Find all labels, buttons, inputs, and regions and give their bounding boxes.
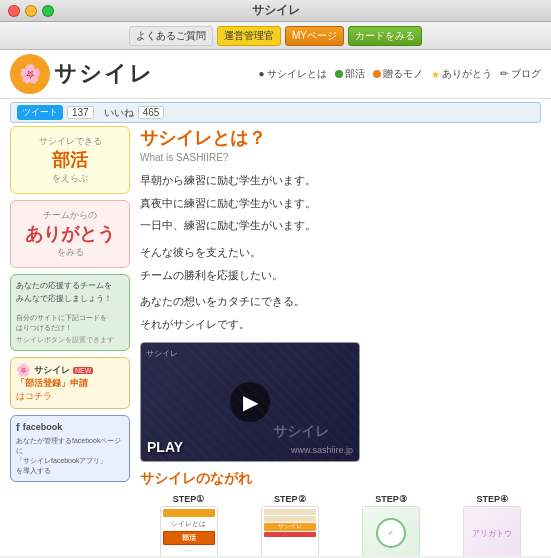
video-site-label: サシイレ bbox=[146, 348, 178, 359]
logo-area: 🌸 サシイレ bbox=[10, 54, 154, 94]
sashiire-badge: NEW bbox=[73, 367, 93, 374]
step3-img: ✓ bbox=[362, 506, 420, 556]
facebook-icon: f bbox=[16, 421, 20, 433]
logo-text: サシイレ bbox=[54, 59, 154, 89]
team-line5: サシイレボタンを設置できます bbox=[16, 335, 124, 345]
sidebar-facebook-box[interactable]: f facebook あなたが管理するfacebookページに 「サシイレfac… bbox=[10, 415, 130, 482]
step2-img: サシイレ bbox=[261, 506, 319, 556]
nav-blog[interactable]: ✏ ブログ bbox=[500, 67, 541, 81]
sidebar-thanks-sub: をみる bbox=[19, 246, 121, 259]
step3-circle: ✓ bbox=[376, 518, 406, 548]
tweet-count: 137 bbox=[67, 106, 94, 119]
nav-okuru[interactable]: 贈るモノ bbox=[373, 67, 423, 81]
article-body2: そんな彼らを支えたい。 チームの勝利を応援したい。 bbox=[140, 243, 541, 284]
sidebar-bukatsu-small: サシイレできる bbox=[19, 135, 121, 148]
browser-nav-bar: よくあるご質問 運営管理官 MYページ カードをみる bbox=[0, 22, 551, 50]
step1-num: STEP① bbox=[140, 494, 237, 504]
fb-line2: 「サシイレfacebookアプリ」 bbox=[16, 456, 124, 466]
flow-steps: STEP① シイレとは 部活 — サシイレする部活を選ぶ bbox=[140, 494, 541, 556]
video-watermark: www.sashiire.jp bbox=[291, 445, 353, 455]
sidebar-thanks-box[interactable]: チームからの ありがとう をみる bbox=[10, 200, 130, 268]
like-label: いいね bbox=[104, 106, 134, 120]
team-line2: みんなで応援しましょう！ bbox=[16, 293, 124, 304]
logo-icon: 🌸 bbox=[10, 54, 50, 94]
sashiire-icon: 🌸 bbox=[16, 363, 31, 377]
sidebar-bukatsu-sub: をえらぶ bbox=[19, 172, 121, 185]
flow-title: サシイレのながれ bbox=[140, 470, 541, 488]
flow-section: サシイレのながれ STEP① シイレとは 部活 — bbox=[140, 470, 541, 556]
window-controls[interactable] bbox=[8, 5, 54, 17]
step2-row2 bbox=[264, 516, 316, 522]
step1-bukatsu: 部活 bbox=[163, 531, 215, 545]
body-line1: 早朝から練習に励む学生がいます。 bbox=[140, 171, 541, 190]
flow-step-4[interactable]: STEP④ アリガトウ 選手からメッセージが届く bbox=[444, 494, 541, 556]
minimize-button[interactable] bbox=[25, 5, 37, 17]
sidebar-thanks-small: チームからの bbox=[19, 209, 121, 222]
step4-img: アリガトウ bbox=[463, 506, 521, 556]
video-logo-overlay: サシイレ bbox=[273, 423, 329, 441]
mypage-link[interactable]: MYページ bbox=[285, 26, 344, 46]
nav-bukatsu[interactable]: 部活 bbox=[335, 67, 365, 81]
body-line3: 一日中、練習に励む学生がいます。 bbox=[140, 216, 541, 235]
step2-accent bbox=[264, 532, 316, 537]
body3-line2: それがサシイレです。 bbox=[140, 315, 541, 334]
admin-link[interactable]: 運営管理官 bbox=[217, 26, 281, 46]
team-line1: あなたの応援するチームを bbox=[16, 280, 124, 291]
maximize-button[interactable] bbox=[42, 5, 54, 17]
step2-num: STEP② bbox=[241, 494, 338, 504]
team-line3: 自分のサイトに下記コードを bbox=[16, 313, 124, 323]
step1-img: シイレとは 部活 — bbox=[160, 506, 218, 556]
sidebar-thanks-big: ありがとう bbox=[19, 222, 121, 246]
step4-mock: アリガトウ bbox=[464, 507, 520, 556]
sidebar: サシイレできる 部活 をえらぶ チームからの ありがとう をみる あなたの応援す… bbox=[10, 126, 140, 556]
cart-link[interactable]: カードをみる bbox=[348, 26, 422, 46]
step1-mock: シイレとは 部活 — bbox=[161, 507, 217, 556]
title-bar: サシイレ bbox=[0, 0, 551, 22]
body2-line1: そんな彼らを支えたい。 bbox=[140, 243, 541, 262]
article-title: サシイレとは？ bbox=[140, 126, 541, 150]
flow-step-3[interactable]: STEP③ ✓ サシイレできる！ bbox=[343, 494, 440, 556]
body-line2: 真夜中に練習に励む学生がいます。 bbox=[140, 194, 541, 213]
step1-sub: — bbox=[163, 547, 215, 553]
close-button[interactable] bbox=[8, 5, 20, 17]
flow-step-2[interactable]: STEP② サシイレ サシイレするモノを選ぶ bbox=[241, 494, 338, 556]
browser-window: よくあるご質問 運営管理官 MYページ カードをみる 🌸 サシイレ ● サシイレ… bbox=[0, 22, 551, 558]
step4-num: STEP④ bbox=[444, 494, 541, 504]
step2-logo: サシイレ bbox=[264, 523, 316, 531]
team-line4: はりつけるだけ！ bbox=[16, 323, 124, 333]
video-play-label: PLAY bbox=[147, 439, 183, 455]
body2-line2: チームの勝利を応援したい。 bbox=[140, 266, 541, 285]
sashiire-label1: サシイレ bbox=[34, 364, 70, 377]
main-nav: ● サシイレとは 部活 贈るモノ ★ ありがとう ✏ ブログ bbox=[258, 67, 541, 81]
nav-about[interactable]: ● サシイレとは bbox=[258, 67, 327, 81]
like-count: 465 bbox=[138, 106, 165, 119]
step1-text: シイレとは bbox=[163, 519, 215, 529]
nav-thanks[interactable]: ★ ありがとう bbox=[431, 67, 492, 81]
step2-row1 bbox=[264, 509, 316, 515]
step3-mock: ✓ bbox=[363, 507, 419, 556]
fb-line3: を導入する bbox=[16, 466, 124, 476]
main-content: サシイレできる 部活 をえらぶ チームからの ありがとう をみる あなたの応援す… bbox=[0, 126, 551, 556]
social-bar: ツイート 137 いいね 465 bbox=[10, 102, 541, 123]
facebook-label: facebook bbox=[23, 422, 63, 432]
article-subtitle: What is SASHIIRE? bbox=[140, 152, 541, 163]
sidebar-bukatsu-box[interactable]: サシイレできる 部活 をえらぶ bbox=[10, 126, 130, 194]
faq-link[interactable]: よくあるご質問 bbox=[129, 26, 213, 46]
article-area: サシイレとは？ What is SASHIIRE? 早朝から練習に励む学生がいま… bbox=[140, 126, 541, 556]
sashiire-label2: 「部活登録」申請 bbox=[16, 377, 124, 390]
step1-header bbox=[163, 509, 215, 517]
nav-links: よくあるご質問 運営管理官 MYページ カードをみる bbox=[129, 26, 422, 46]
window-title: サシイレ bbox=[252, 2, 300, 19]
site-header: 🌸 サシイレ ● サシイレとは 部活 贈るモノ ★ ありがとう ✏ ブログ bbox=[0, 50, 551, 99]
flow-step-1[interactable]: STEP① シイレとは 部活 — サシイレする部活を選ぶ bbox=[140, 494, 237, 556]
sidebar-sashiire-box[interactable]: 🌸 サシイレ NEW 「部活登録」申請 はコチラ bbox=[10, 357, 130, 409]
video-thumbnail[interactable]: サシイレ ▶ PLAY サシイレ www.sashiire.jp bbox=[140, 342, 360, 462]
sashiire-label3: はコチラ bbox=[16, 390, 124, 403]
fb-line1: あなたが管理するfacebookページに bbox=[16, 436, 124, 456]
article-body3: あなたの想いをカタチにできる。 それがサシイレです。 bbox=[140, 292, 541, 333]
sidebar-bukatsu-big: 部活 bbox=[19, 148, 121, 172]
sidebar-team-box: あなたの応援するチームを みんなで応援しましょう！ 自分のサイトに下記コードを … bbox=[10, 274, 130, 351]
tweet-button[interactable]: ツイート bbox=[17, 105, 63, 120]
article-body1: 早朝から練習に励む学生がいます。 真夜中に練習に励む学生がいます。 一日中、練習… bbox=[140, 171, 541, 235]
content-area: 🌸 サシイレ ● サシイレとは 部活 贈るモノ ★ ありがとう ✏ ブログ ツイ… bbox=[0, 50, 551, 556]
